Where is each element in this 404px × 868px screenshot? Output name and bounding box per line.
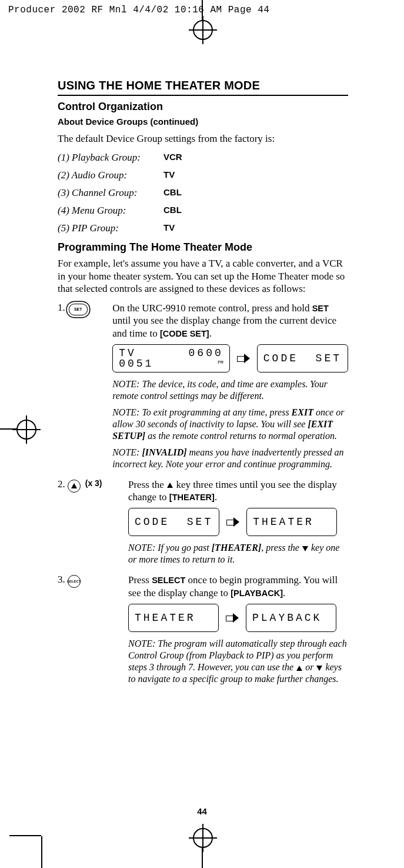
keyword: [PLAYBACK] bbox=[231, 588, 283, 598]
factory-defaults-table: (1) Playback Group: VCR (2) Audio Group:… bbox=[58, 152, 348, 234]
arrow-right-icon bbox=[226, 517, 239, 527]
up-arrow-button-icon bbox=[68, 480, 81, 493]
down-triangle-icon bbox=[316, 666, 322, 671]
arrow-right-icon bbox=[237, 354, 250, 363]
section-heading: Control Organization bbox=[58, 101, 348, 113]
step-number: 1. bbox=[58, 302, 65, 314]
text: . bbox=[215, 491, 217, 503]
page-content: USING THE HOME THEATER MODE Control Orga… bbox=[58, 79, 348, 693]
note: NOTE: To exit programming at any time, p… bbox=[112, 407, 348, 442]
group-label: (1) Playback Group: bbox=[58, 152, 163, 164]
up-triangle-icon bbox=[167, 483, 173, 488]
lcd-after: PLAYBACK bbox=[246, 604, 336, 632]
text: Press bbox=[128, 574, 152, 586]
group-value: CBL bbox=[163, 187, 182, 199]
step-1: 1. SET On the URC-9910 remote control, p… bbox=[58, 302, 348, 475]
group-label: (2) Audio Group: bbox=[58, 169, 163, 181]
printer-header: Producer 2002 RF Mnl 4/4/02 10:16 AM Pag… bbox=[8, 5, 269, 15]
lcd-line1: TV 0600 bbox=[119, 348, 223, 358]
keyword: [CODE SET] bbox=[160, 329, 209, 338]
group-label: (3) Channel Group: bbox=[58, 187, 163, 199]
down-triangle-icon bbox=[302, 546, 308, 551]
arrow-right-icon bbox=[226, 613, 239, 623]
lcd-line1: PLAYBACK bbox=[252, 613, 330, 623]
up-triangle-icon bbox=[296, 666, 302, 671]
note: NOTE: The device, its code, and time are… bbox=[112, 378, 348, 402]
lcd-line1: THEATER bbox=[253, 517, 330, 527]
section-heading: Programming The Home Theater Mode bbox=[58, 241, 348, 254]
note: NOTE: If you go past [THEATER], press th… bbox=[128, 542, 348, 566]
lcd-line1: THEATER bbox=[135, 613, 212, 623]
step-2: 2. (x 3) Press the key three times until… bbox=[58, 478, 348, 571]
text: On the URC-9910 remote control, press an… bbox=[112, 302, 312, 314]
lcd-transition: THEATER PLAYBACK bbox=[128, 604, 348, 632]
set-button-icon: SET bbox=[69, 304, 88, 315]
keyword: SET bbox=[312, 304, 329, 313]
table-row: (1) Playback Group: VCR bbox=[58, 152, 348, 164]
subsection-heading: About Device Groups (continued) bbox=[58, 117, 348, 127]
text: . bbox=[209, 328, 212, 339]
keyword: [INVALID] bbox=[142, 447, 186, 457]
registration-target-icon bbox=[193, 20, 213, 40]
lcd-before: THEATER bbox=[128, 604, 219, 632]
keyword: [THEATER] bbox=[169, 493, 215, 502]
table-row: (5) PIP Group: TV bbox=[58, 222, 348, 234]
lcd-before: CODE SET bbox=[128, 508, 219, 536]
lcd-line1: CODE SET bbox=[263, 353, 342, 364]
group-value: VCR bbox=[163, 152, 182, 164]
step-number: 2. bbox=[58, 478, 65, 490]
lcd-before: TV 0600 0051 PM bbox=[112, 344, 230, 373]
select-button-icon: SELECT bbox=[68, 575, 81, 588]
group-value: TV bbox=[163, 169, 175, 181]
table-row: (2) Audio Group: TV bbox=[58, 169, 348, 181]
table-row: (4) Menu Group: CBL bbox=[58, 205, 348, 217]
lcd-line2: 0051 bbox=[119, 358, 223, 369]
text: until you see the display change from th… bbox=[112, 315, 336, 338]
text: Press the bbox=[128, 479, 166, 490]
group-value: TV bbox=[163, 222, 175, 234]
pm-indicator: PM bbox=[218, 360, 223, 365]
text: NOTE: If you go past bbox=[128, 543, 212, 553]
step-text: Press the key three times until you see … bbox=[128, 478, 348, 504]
group-value: CBL bbox=[163, 205, 182, 217]
crop-mark bbox=[41, 836, 42, 868]
step-3: 3. SELECT Press SELECT once to begin pro… bbox=[58, 574, 348, 690]
keyword: EXIT bbox=[292, 407, 313, 417]
text: or bbox=[303, 662, 316, 672]
text: . bbox=[283, 587, 285, 598]
group-label: (5) PIP Group: bbox=[58, 222, 163, 234]
text: as the remote control returns to normal … bbox=[145, 431, 337, 441]
lcd-after: THEATER bbox=[246, 508, 337, 536]
crop-mark bbox=[9, 835, 41, 836]
intro-text: The default Device Group settings from t… bbox=[58, 132, 348, 145]
horizontal-rule bbox=[58, 95, 348, 96]
step-number: 3. bbox=[58, 574, 65, 586]
note: NOTE: [INVALID] means you have inadverte… bbox=[112, 447, 348, 470]
registration-target-icon bbox=[16, 420, 36, 440]
text: NOTE: bbox=[112, 447, 142, 457]
table-row: (3) Channel Group: CBL bbox=[58, 187, 348, 199]
lcd-transition: CODE SET THEATER bbox=[128, 508, 348, 536]
step-text: Press SELECT once to begin programming. … bbox=[128, 574, 348, 599]
lcd-after: CODE SET bbox=[257, 344, 348, 373]
note: NOTE: The program will automatically ste… bbox=[128, 638, 348, 685]
paragraph: For example, let's assume you have a TV,… bbox=[58, 257, 348, 295]
registration-target-icon bbox=[193, 828, 213, 848]
keyword: [THEATER] bbox=[212, 543, 261, 553]
group-label: (4) Menu Group: bbox=[58, 205, 163, 217]
keyword: SELECT bbox=[152, 576, 185, 585]
page-number: 44 bbox=[0, 806, 404, 816]
lcd-transition: TV 0600 0051 PM CODE SET bbox=[112, 344, 348, 373]
text: NOTE: To exit programming at any time, p… bbox=[112, 407, 291, 417]
lcd-line1: CODE SET bbox=[135, 517, 213, 527]
repeat-count: (x 3) bbox=[85, 478, 102, 488]
text: , press the bbox=[261, 543, 302, 553]
page-title: USING THE HOME THEATER MODE bbox=[58, 79, 348, 92]
step-text: On the URC-9910 remote control, press an… bbox=[112, 302, 348, 340]
